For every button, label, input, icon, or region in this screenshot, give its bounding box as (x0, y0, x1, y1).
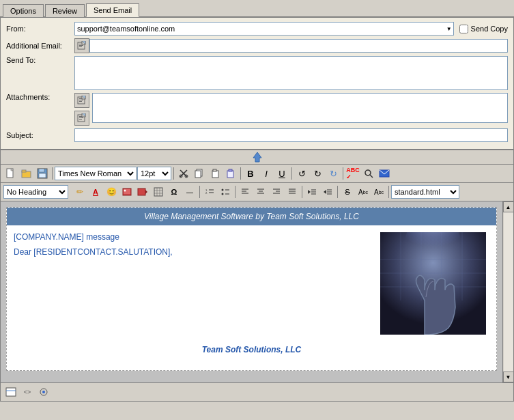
ordered-list-icon: 1. 2. (205, 188, 214, 196)
new-icon (5, 168, 16, 179)
save-icon (37, 168, 48, 179)
divider-5 (343, 167, 343, 180)
unordered-list-btn[interactable] (218, 184, 233, 199)
format-divider-1 (199, 186, 200, 198)
email-btn[interactable] (377, 166, 392, 181)
subject-input[interactable]: Community Road Work (74, 128, 508, 142)
scroll-track[interactable] (504, 212, 513, 372)
divider-4 (291, 167, 292, 180)
underline-btn[interactable]: U (274, 166, 289, 181)
justify-icon (288, 188, 296, 196)
special-paste-btn[interactable] (223, 166, 238, 181)
attachments-row: Attachments: (6, 93, 508, 126)
indent-in-icon (307, 188, 317, 196)
email-image-svg (380, 232, 486, 335)
font-name-select[interactable]: Times New Roman (55, 167, 137, 180)
svg-point-41 (124, 190, 126, 192)
attachment-icons (74, 93, 89, 126)
send-to-row: Send To: (6, 56, 508, 90)
from-label: From: (6, 25, 74, 33)
italic-btn[interactable]: I (259, 166, 274, 181)
additional-email-label: Additional Email: (6, 42, 74, 50)
svg-rect-35 (229, 169, 232, 171)
html-view-btn[interactable]: <> (20, 384, 35, 400)
cut-icon (179, 169, 188, 178)
redo2-btn[interactable]: ↻ (326, 166, 341, 181)
svg-rect-9 (79, 101, 82, 102)
upload-bar (0, 150, 514, 165)
upload-icon[interactable] (251, 151, 264, 163)
font-size-select[interactable]: 12pt (137, 167, 171, 180)
send-copy-checkbox[interactable] (459, 25, 468, 33)
strike-btn[interactable]: S (340, 184, 355, 199)
email-body: [COMPANY.NAME] message Dear [RESIDENTCON… (7, 225, 496, 341)
send-to-textarea[interactable] (74, 56, 508, 90)
indent-in-btn[interactable] (304, 184, 319, 199)
email-icon (379, 169, 390, 178)
tab-options[interactable]: Options (3, 4, 44, 17)
pencil-btn[interactable]: ✏ (72, 184, 87, 199)
svg-rect-24 (39, 169, 44, 172)
svg-point-89 (42, 391, 45, 393)
special-char-btn[interactable]: Ω (167, 184, 182, 199)
indent-out-btn[interactable] (320, 184, 335, 199)
spell-btn[interactable]: ABC✓ (345, 166, 360, 181)
ordered-list-btn[interactable]: 1. 2. (202, 184, 217, 199)
svg-rect-86 (6, 388, 16, 396)
find-icon (364, 169, 373, 178)
cut-btn[interactable] (176, 166, 191, 181)
heading-select[interactable]: No Heading (3, 185, 68, 199)
redo-btn[interactable]: ↻ (310, 166, 325, 181)
subscript-btn[interactable]: Abc (371, 184, 386, 199)
hr-btn[interactable]: — (182, 184, 197, 199)
bold-btn[interactable]: B (243, 166, 258, 181)
scroll-up-arrow[interactable]: ▲ (503, 201, 514, 212)
new-btn[interactable] (3, 166, 18, 181)
superscript-btn[interactable]: Abc (356, 184, 371, 199)
align-left-btn[interactable] (238, 184, 253, 199)
send-copy-area: Send Copy (459, 25, 508, 33)
find-btn[interactable] (361, 166, 376, 181)
attach-file-btn-2[interactable] (74, 111, 89, 126)
open-btn[interactable] (19, 166, 34, 181)
main-toolbar: Times New Roman 12pt B I U (0, 165, 514, 183)
font-color-btn[interactable]: A (88, 184, 103, 199)
tab-review[interactable]: Review (45, 4, 85, 17)
align-center-btn[interactable] (253, 184, 268, 199)
scroll-down-arrow[interactable]: ▼ (503, 372, 514, 382)
additional-email-icon[interactable] (74, 38, 89, 53)
smiley-btn[interactable]: 😊 (104, 184, 119, 199)
video-btn[interactable] (135, 184, 150, 199)
paste-btn[interactable] (208, 166, 223, 181)
align-right-btn[interactable] (269, 184, 284, 199)
copy-btn[interactable] (192, 166, 207, 181)
align-right-icon (272, 188, 281, 196)
from-select-wrapper: support@teamsoftonline.com (74, 22, 454, 36)
design-icon (5, 387, 16, 397)
tab-send-email[interactable]: Send Email (86, 3, 139, 17)
attach-icon (77, 41, 87, 51)
save-btn[interactable] (35, 166, 50, 181)
preview-btn[interactable] (36, 384, 51, 400)
email-text-column: [COMPANY.NAME] message Dear [RESIDENTCON… (14, 232, 380, 335)
from-select[interactable]: support@teamsoftonline.com (74, 22, 454, 36)
email-header: Village Management Software by Team Soft… (7, 208, 496, 225)
additional-email-input[interactable] (89, 39, 508, 53)
svg-rect-33 (213, 169, 216, 171)
editor-container: Village Management Software by Team Soft… (0, 201, 514, 383)
font-color-a: A (93, 188, 98, 196)
attachments-textarea[interactable] (92, 93, 508, 123)
undo-btn[interactable]: ↺ (294, 166, 309, 181)
justify-btn[interactable] (285, 184, 300, 199)
svg-rect-8 (79, 100, 83, 100)
table-btn[interactable] (151, 184, 166, 199)
email-image (380, 232, 486, 335)
image-btn[interactable] (119, 184, 134, 199)
attach-file-btn-1[interactable] (74, 93, 89, 108)
design-view-btn[interactable] (3, 384, 18, 400)
editor-scroll[interactable]: Village Management Software by Team Soft… (1, 201, 502, 382)
svg-rect-3 (79, 46, 82, 47)
editor-scrollbar: ▲ ▼ (502, 201, 513, 382)
template-select[interactable]: standard.html (391, 185, 459, 199)
video-icon (137, 188, 148, 196)
